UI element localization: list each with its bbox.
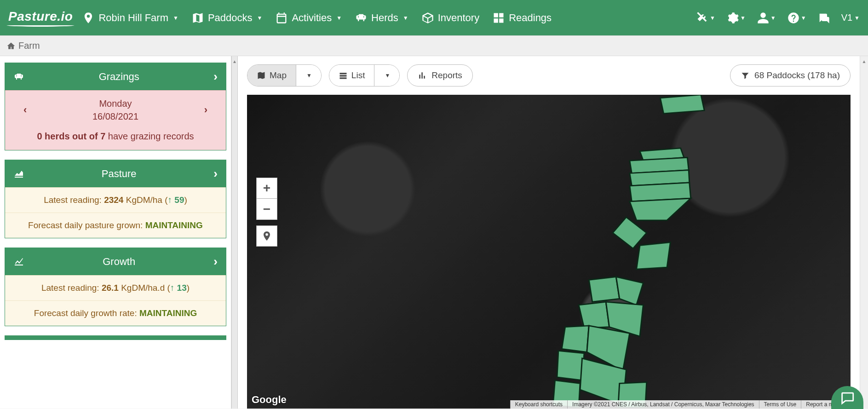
nav-readings-label: Readings	[509, 12, 552, 24]
nav-farm-selector[interactable]: Robin Hill Farm ▼	[82, 12, 178, 24]
line-chart-icon	[13, 256, 24, 267]
nav-readings[interactable]: Readings	[492, 12, 552, 24]
terms-link[interactable]: Terms of Use	[759, 400, 801, 409]
sidebar: Grazings › ‹ Monday 16/08/2021 › 0 herds…	[0, 56, 231, 409]
nav-help[interactable]: ▼	[787, 12, 806, 24]
list-view-dropdown[interactable]: ▼	[374, 65, 399, 86]
brand-logo[interactable]: Pasture.io	[8, 9, 73, 27]
nav-version[interactable]: V1 ▼	[841, 12, 860, 23]
nav-farm-label: Robin Hill Farm	[98, 12, 168, 24]
nav-paddocks[interactable]: Paddocks ▼	[191, 12, 263, 24]
top-navbar: Pasture.io Robin Hill Farm ▼ Paddocks ▼ …	[0, 0, 868, 35]
map-view-dropdown[interactable]: ▼	[296, 65, 321, 86]
grazings-body: ‹ Monday 16/08/2021 › 0 herds out of 7 h…	[5, 90, 226, 150]
herds-count: 0 herds out of 7	[37, 131, 105, 141]
caret-down-icon: ▼	[770, 15, 776, 21]
cow-icon	[355, 12, 368, 24]
up-arrow-icon: ↑	[168, 195, 172, 205]
map-icon	[191, 12, 204, 24]
help-icon	[787, 12, 800, 24]
main-layout: Grazings › ‹ Monday 16/08/2021 › 0 herds…	[0, 56, 868, 409]
location-pin-icon	[82, 12, 95, 24]
paddock-overlays	[470, 95, 742, 409]
view-list-group: List ▼	[329, 64, 400, 86]
imagery-attribution: Imagery ©2021 CNES / Airbus, Landsat / C…	[567, 400, 759, 409]
chevron-right-icon: ›	[213, 69, 218, 84]
svg-marker-14	[557, 351, 584, 380]
growth-forecast: Forecast daily growth rate: MAINTAINING	[5, 300, 226, 326]
list-view-button[interactable]: List	[329, 65, 374, 86]
caret-down-icon: ▼	[173, 15, 178, 21]
growth-title: Growth	[24, 256, 213, 268]
gear-icon	[726, 12, 739, 24]
pasture-card: Pasture › Latest reading: 2324 KgDM/ha (…	[5, 160, 226, 238]
nav-inventory-label: Inventory	[438, 12, 480, 24]
svg-marker-10	[579, 302, 609, 328]
caret-down-icon: ▼	[740, 15, 746, 21]
nav-activities-label: Activities	[292, 12, 332, 24]
view-map-group: Map ▼	[247, 64, 322, 86]
chat-icon	[817, 12, 830, 24]
growth-card: Growth › Latest reading: 26.1 KgDM/ha.d …	[5, 248, 226, 326]
nav-chat[interactable]	[817, 12, 830, 24]
keyboard-shortcuts-link[interactable]: Keyboard shortcuts	[510, 400, 567, 409]
next-card-peek	[5, 335, 226, 340]
zoom-in-button[interactable]: +	[256, 178, 277, 199]
caret-down-icon: ▼	[403, 15, 408, 21]
chat-bubble-icon	[839, 390, 855, 405]
nav-paddocks-label: Paddocks	[208, 12, 253, 24]
growth-latest: Latest reading: 26.1 KgDM/ha.d (↑ 13)	[5, 275, 226, 300]
grazings-header[interactable]: Grazings ›	[5, 63, 226, 90]
nav-tools[interactable]: ▼	[696, 12, 715, 24]
caret-down-icon: ▼	[854, 15, 860, 21]
next-day-button[interactable]: ›	[204, 104, 207, 116]
breadcrumb: Farm	[0, 35, 868, 56]
grazings-title: Grazings	[24, 71, 213, 83]
nav-items: Robin Hill Farm ▼ Paddocks ▼ Activities …	[82, 12, 696, 24]
current-date: Monday 16/08/2021	[92, 97, 138, 123]
paddock-filter-button[interactable]: 68 Paddocks (178 ha)	[730, 64, 851, 86]
breadcrumb-farm[interactable]: Farm	[18, 40, 40, 51]
prev-day-button[interactable]: ‹	[23, 104, 27, 116]
area-chart-icon	[13, 168, 24, 179]
chevron-right-icon: ›	[213, 167, 218, 181]
right-scrollbar[interactable]	[860, 56, 868, 409]
calendar-icon	[275, 12, 288, 24]
reports-button[interactable]: Reports	[407, 64, 473, 86]
date-selector: ‹ Monday 16/08/2021 ›	[5, 91, 226, 127]
nav-right: ▼ ▼ ▼ ▼ V1 ▼	[696, 12, 860, 24]
box-icon	[421, 12, 434, 24]
map-canvas[interactable]: + − Google Keyboard shortcuts Imagery ©2…	[247, 95, 851, 409]
zoom-out-button[interactable]: −	[256, 199, 277, 220]
nav-settings[interactable]: ▼	[726, 12, 746, 24]
location-pin-icon	[261, 230, 272, 242]
bar-chart-icon	[418, 71, 427, 80]
pasture-forecast: Forecast daily pasture grown: MAINTAININ…	[5, 213, 226, 238]
version-label: V1	[841, 12, 852, 23]
nav-herds[interactable]: Herds ▼	[355, 12, 408, 24]
date-value: 16/08/2021	[92, 110, 138, 123]
map-view-button[interactable]: Map	[247, 65, 296, 86]
herds-text: have grazing records	[105, 131, 194, 141]
caret-down-icon: ▼	[710, 15, 715, 21]
svg-marker-5	[630, 198, 691, 220]
chevron-right-icon: ›	[213, 254, 218, 269]
nav-activities[interactable]: Activities ▼	[275, 12, 342, 24]
map-icon	[257, 71, 266, 80]
nav-account[interactable]: ▼	[757, 12, 776, 24]
sidebar-resize-handle[interactable]	[231, 56, 238, 409]
user-icon	[757, 12, 770, 24]
table-icon	[339, 71, 348, 80]
content-area: Map ▼ List ▼ Reports 68 Paddocks (178 ha…	[238, 56, 860, 409]
date-day: Monday	[92, 97, 138, 110]
growth-header[interactable]: Growth ›	[5, 248, 226, 275]
caret-down-icon: ▼	[336, 15, 342, 21]
tools-icon	[696, 12, 709, 24]
filter-icon	[741, 71, 750, 80]
locate-button[interactable]	[256, 225, 277, 247]
home-icon	[6, 41, 16, 51]
pasture-header[interactable]: Pasture ›	[5, 160, 226, 187]
content-toolbar: Map ▼ List ▼ Reports 68 Paddocks (178 ha…	[238, 56, 860, 95]
nav-inventory[interactable]: Inventory	[421, 12, 480, 24]
svg-marker-12	[562, 326, 589, 352]
